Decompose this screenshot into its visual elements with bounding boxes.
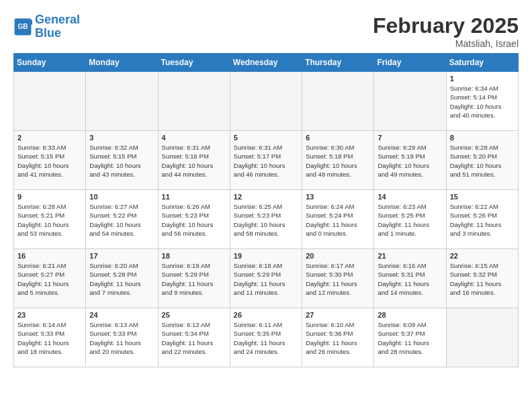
- day-cell: 14Sunrise: 6:23 AM Sunset: 5:25 PM Dayli…: [374, 190, 446, 249]
- day-info: Sunrise: 6:09 AM Sunset: 5:37 PM Dayligh…: [378, 320, 442, 356]
- day-number: 9: [17, 193, 82, 201]
- col-header-sunday: Sunday: [14, 54, 86, 72]
- day-number: 16: [17, 252, 82, 260]
- logo-text2: Blue: [35, 27, 80, 40]
- day-cell: 28Sunrise: 6:09 AM Sunset: 5:37 PM Dayli…: [374, 308, 446, 367]
- day-info: Sunrise: 6:22 AM Sunset: 5:26 PM Dayligh…: [450, 202, 515, 238]
- day-info: Sunrise: 6:24 AM Sunset: 5:24 PM Dayligh…: [306, 202, 370, 238]
- day-cell: 12Sunrise: 6:25 AM Sunset: 5:23 PM Dayli…: [230, 190, 302, 249]
- day-number: 8: [450, 134, 515, 142]
- day-number: 2: [17, 134, 82, 142]
- day-cell: 26Sunrise: 6:11 AM Sunset: 5:35 PM Dayli…: [230, 308, 302, 367]
- day-info: Sunrise: 6:28 AM Sunset: 5:20 PM Dayligh…: [450, 143, 515, 179]
- col-header-thursday: Thursday: [302, 54, 374, 72]
- day-cell: 16Sunrise: 6:21 AM Sunset: 5:27 PM Dayli…: [14, 249, 86, 308]
- logo-icon: GB: [13, 17, 32, 36]
- day-cell: 18Sunrise: 6:19 AM Sunset: 5:29 PM Dayli…: [158, 249, 230, 308]
- day-info: Sunrise: 6:14 AM Sunset: 5:33 PM Dayligh…: [17, 320, 82, 356]
- day-info: Sunrise: 6:21 AM Sunset: 5:27 PM Dayligh…: [17, 261, 82, 297]
- day-info: Sunrise: 6:30 AM Sunset: 5:18 PM Dayligh…: [306, 143, 370, 179]
- day-cell: 22Sunrise: 6:15 AM Sunset: 5:32 PM Dayli…: [446, 249, 518, 308]
- day-info: Sunrise: 6:18 AM Sunset: 5:29 PM Dayligh…: [234, 261, 298, 297]
- header-row: SundayMondayTuesdayWednesdayThursdayFrid…: [14, 54, 519, 72]
- day-number: 18: [162, 252, 226, 260]
- day-cell: 1Sunrise: 6:34 AM Sunset: 5:14 PM Daylig…: [446, 72, 518, 131]
- day-info: Sunrise: 6:26 AM Sunset: 5:23 PM Dayligh…: [162, 202, 226, 238]
- day-cell: 11Sunrise: 6:26 AM Sunset: 5:23 PM Dayli…: [158, 190, 230, 249]
- col-header-tuesday: Tuesday: [158, 54, 230, 72]
- week-row-3: 9Sunrise: 6:28 AM Sunset: 5:21 PM Daylig…: [14, 190, 519, 249]
- day-number: 24: [89, 311, 154, 319]
- day-cell: 5Sunrise: 6:31 AM Sunset: 5:17 PM Daylig…: [230, 131, 302, 190]
- day-number: 12: [234, 193, 298, 201]
- day-cell: [302, 72, 374, 131]
- day-info: Sunrise: 6:16 AM Sunset: 5:31 PM Dayligh…: [378, 261, 442, 297]
- location: Matsliah, Israel: [373, 38, 519, 49]
- day-info: Sunrise: 6:17 AM Sunset: 5:30 PM Dayligh…: [306, 261, 370, 297]
- week-row-2: 2Sunrise: 6:33 AM Sunset: 5:15 PM Daylig…: [14, 131, 519, 190]
- day-number: 27: [306, 311, 370, 319]
- col-header-monday: Monday: [86, 54, 158, 72]
- day-info: Sunrise: 6:33 AM Sunset: 5:15 PM Dayligh…: [17, 143, 82, 179]
- day-number: 11: [162, 193, 226, 201]
- day-number: 22: [450, 252, 515, 260]
- day-number: 14: [378, 193, 442, 201]
- day-number: 17: [89, 252, 154, 260]
- day-info: Sunrise: 6:29 AM Sunset: 5:19 PM Dayligh…: [378, 143, 442, 179]
- day-number: 26: [234, 311, 298, 319]
- day-number: 19: [234, 252, 298, 260]
- day-info: Sunrise: 6:10 AM Sunset: 5:36 PM Dayligh…: [306, 320, 370, 356]
- day-number: 5: [234, 134, 298, 142]
- day-cell: 17Sunrise: 6:20 AM Sunset: 5:28 PM Dayli…: [86, 249, 158, 308]
- day-info: Sunrise: 6:27 AM Sunset: 5:22 PM Dayligh…: [89, 202, 154, 238]
- day-cell: 8Sunrise: 6:28 AM Sunset: 5:20 PM Daylig…: [446, 131, 518, 190]
- day-number: 28: [378, 311, 442, 319]
- day-info: Sunrise: 6:20 AM Sunset: 5:28 PM Dayligh…: [89, 261, 154, 297]
- day-cell: [14, 72, 86, 131]
- day-cell: 6Sunrise: 6:30 AM Sunset: 5:18 PM Daylig…: [302, 131, 374, 190]
- day-number: 23: [17, 311, 82, 319]
- week-row-1: 1Sunrise: 6:34 AM Sunset: 5:14 PM Daylig…: [14, 72, 519, 131]
- day-info: Sunrise: 6:25 AM Sunset: 5:23 PM Dayligh…: [234, 202, 298, 238]
- day-info: Sunrise: 6:34 AM Sunset: 5:14 PM Dayligh…: [450, 84, 515, 120]
- day-cell: 20Sunrise: 6:17 AM Sunset: 5:30 PM Dayli…: [302, 249, 374, 308]
- day-number: 7: [378, 134, 442, 142]
- calendar-table: SundayMondayTuesdayWednesdayThursdayFrid…: [13, 53, 519, 367]
- day-info: Sunrise: 6:31 AM Sunset: 5:17 PM Dayligh…: [234, 143, 298, 179]
- day-info: Sunrise: 6:12 AM Sunset: 5:34 PM Dayligh…: [162, 320, 226, 356]
- day-number: 25: [162, 311, 226, 319]
- day-info: Sunrise: 6:13 AM Sunset: 5:33 PM Dayligh…: [89, 320, 154, 356]
- day-number: 6: [306, 134, 370, 142]
- day-info: Sunrise: 6:32 AM Sunset: 5:15 PM Dayligh…: [89, 143, 154, 179]
- day-cell: [374, 72, 446, 131]
- day-cell: 3Sunrise: 6:32 AM Sunset: 5:15 PM Daylig…: [86, 131, 158, 190]
- day-cell: [446, 308, 518, 367]
- day-cell: [86, 72, 158, 131]
- day-cell: 19Sunrise: 6:18 AM Sunset: 5:29 PM Dayli…: [230, 249, 302, 308]
- page-header: GB General Blue February 2025 Matsliah, …: [13, 13, 519, 49]
- title-block: February 2025 Matsliah, Israel: [373, 13, 519, 49]
- logo: GB General Blue: [13, 13, 80, 40]
- day-cell: 10Sunrise: 6:27 AM Sunset: 5:22 PM Dayli…: [86, 190, 158, 249]
- svg-text:GB: GB: [17, 23, 28, 30]
- week-row-4: 16Sunrise: 6:21 AM Sunset: 5:27 PM Dayli…: [14, 249, 519, 308]
- day-number: 1: [450, 75, 515, 83]
- col-header-wednesday: Wednesday: [230, 54, 302, 72]
- day-cell: 21Sunrise: 6:16 AM Sunset: 5:31 PM Dayli…: [374, 249, 446, 308]
- col-header-saturday: Saturday: [446, 54, 518, 72]
- day-cell: 25Sunrise: 6:12 AM Sunset: 5:34 PM Dayli…: [158, 308, 230, 367]
- day-info: Sunrise: 6:19 AM Sunset: 5:29 PM Dayligh…: [162, 261, 226, 297]
- day-info: Sunrise: 6:11 AM Sunset: 5:35 PM Dayligh…: [234, 320, 298, 356]
- day-cell: 15Sunrise: 6:22 AM Sunset: 5:26 PM Dayli…: [446, 190, 518, 249]
- day-info: Sunrise: 6:23 AM Sunset: 5:25 PM Dayligh…: [378, 202, 442, 238]
- col-header-friday: Friday: [374, 54, 446, 72]
- day-cell: 2Sunrise: 6:33 AM Sunset: 5:15 PM Daylig…: [14, 131, 86, 190]
- day-number: 10: [89, 193, 154, 201]
- day-cell: 9Sunrise: 6:28 AM Sunset: 5:21 PM Daylig…: [14, 190, 86, 249]
- day-number: 3: [89, 134, 154, 142]
- day-number: 4: [162, 134, 226, 142]
- day-cell: 23Sunrise: 6:14 AM Sunset: 5:33 PM Dayli…: [14, 308, 86, 367]
- day-cell: 27Sunrise: 6:10 AM Sunset: 5:36 PM Dayli…: [302, 308, 374, 367]
- day-info: Sunrise: 6:28 AM Sunset: 5:21 PM Dayligh…: [17, 202, 82, 238]
- day-cell: [230, 72, 302, 131]
